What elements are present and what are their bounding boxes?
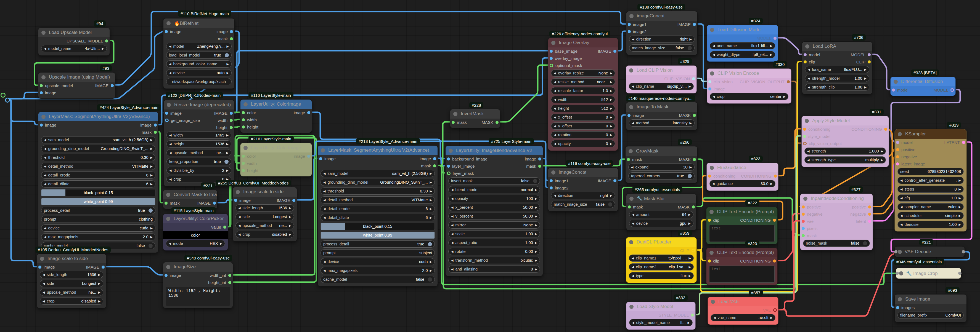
- increment-arrow-icon[interactable]: ▶: [289, 207, 291, 210]
- collapse-dot-icon[interactable]: [629, 197, 633, 201]
- decrement-arrow-icon[interactable]: ◀: [451, 197, 453, 200]
- widget-anti_aliasing[interactable]: ◀anti_aliasing0▶: [448, 266, 540, 273]
- collapsed-input-port[interactable]: [894, 250, 897, 253]
- input-port-base_image[interactable]: base_image: [550, 47, 578, 55]
- widget-width[interactable]: ◀width1465▶: [167, 131, 231, 139]
- input-port-layer_image[interactable]: layer_image: [447, 163, 475, 169]
- increment-arrow-icon[interactable]: ▶: [770, 53, 772, 56]
- output-port-CLIP[interactable]: CLIP: [856, 58, 871, 65]
- widget-upscale_method[interactable]: ◀upscale_methodne...▶: [235, 222, 294, 229]
- decrement-arrow-icon[interactable]: ◀: [808, 68, 810, 71]
- widget-clip_name2[interactable]: ◀clip_name2clip_l.sa...▶: [629, 263, 694, 270]
- collapse-dot-icon[interactable]: [551, 41, 555, 45]
- input-port-clip_vision_output[interactable]: clip_vision_output: [803, 140, 842, 147]
- widget-process_detail[interactable]: process_detailtrue: [320, 240, 435, 248]
- widget-seed[interactable]: seed628930231402408: [897, 168, 964, 175]
- increment-arrow-icon[interactable]: ▶: [430, 199, 432, 202]
- output-port-MODEL[interactable]: MODEL: [851, 51, 871, 58]
- decrement-arrow-icon[interactable]: ◀: [451, 268, 453, 271]
- output-port-mask[interactable]: mask: [526, 163, 541, 169]
- node-header[interactable]: LayerUtility: ColorImage: [240, 143, 312, 152]
- input-port-image[interactable]: image: [627, 112, 644, 119]
- increment-arrow-icon[interactable]: ▶: [959, 223, 961, 226]
- output-port-image[interactable]: image: [294, 152, 310, 160]
- node-header[interactable]: LayerMask: SegmentAnythingUltra V2(Advan…: [38, 112, 158, 121]
- increment-arrow-icon[interactable]: ▶: [535, 215, 537, 218]
- input-port-height[interactable]: height: [242, 123, 258, 130]
- toggle-dot-icon[interactable]: [148, 209, 153, 213]
- output-port-IMAGE[interactable]: IMAGE: [214, 109, 233, 117]
- color-swatch[interactable]: color: [163, 231, 228, 239]
- increment-arrow-icon[interactable]: ▶: [150, 227, 153, 230]
- input-port-clip[interactable]: clip: [708, 257, 719, 264]
- decrement-arrow-icon[interactable]: ◀: [44, 147, 46, 150]
- node-266[interactable]: GrowMaskmaskMASK◀expand30▶tapered_corner…: [625, 146, 698, 183]
- toggle-dot-icon[interactable]: [225, 53, 229, 57]
- increment-arrow-icon[interactable]: ▶: [535, 206, 537, 209]
- output-port-CLIP_VISION_OUTPUT[interactable]: CLIP_VISION_OUTPUT: [740, 78, 790, 85]
- widget-direction[interactable]: ◀directionright▶: [629, 36, 695, 43]
- decrement-arrow-icon[interactable]: ◀: [451, 259, 453, 262]
- collapse-dot-icon[interactable]: [453, 112, 457, 116]
- decrement-arrow-icon[interactable]: ◀: [808, 77, 810, 80]
- widget-y_offset[interactable]: ◀y_offset0▶: [551, 122, 615, 130]
- collapse-dot-icon[interactable]: [898, 250, 902, 254]
- increment-arrow-icon[interactable]: ▶: [689, 85, 691, 88]
- node-header[interactable]: CLIP Vision Encode: [707, 69, 791, 78]
- increment-arrow-icon[interactable]: ▶: [610, 116, 612, 119]
- decrement-arrow-icon[interactable]: ◀: [554, 142, 556, 145]
- widget-height[interactable]: ◀height1536▶: [167, 140, 231, 147]
- widget-strength_clip[interactable]: ◀strength_clip1.00▶: [805, 84, 869, 91]
- collapse-dot-icon[interactable]: [898, 132, 902, 136]
- decrement-arrow-icon[interactable]: ◀: [554, 89, 556, 92]
- node-138[interactable]: imageConcatimage1IMAGEimage2◀directionri…: [626, 11, 698, 55]
- node-216[interactable]: LayerUtility: ColorImagecolorimagewidthh…: [240, 143, 312, 177]
- increment-arrow-icon[interactable]: ▶: [689, 257, 691, 260]
- widget-match_image_size[interactable]: match_image_sizefalse: [629, 44, 695, 52]
- decrement-arrow-icon[interactable]: ◀: [44, 174, 46, 177]
- output-port-IMAGE[interactable]: IMAGE: [598, 47, 616, 55]
- decrement-arrow-icon[interactable]: ◀: [554, 125, 556, 128]
- node-94[interactable]: Load Upscale ModelUPSCALE_MODEL◀model_na…: [38, 28, 110, 56]
- node-332[interactable]: Load Style ModelSTYLE_MODEL◀style_model_…: [626, 302, 696, 330]
- increment-arrow-icon[interactable]: ▶: [535, 232, 537, 236]
- decrement-arrow-icon[interactable]: ◀: [712, 182, 714, 185]
- widget-invert_mask[interactable]: invert_maskfalse: [448, 177, 540, 185]
- output-port-LATENT[interactable]: LATENT: [944, 139, 965, 146]
- widget-cfg[interactable]: ◀cfg1.0▶: [897, 194, 964, 202]
- input-port-overlay_image[interactable]: overlay_image: [550, 55, 582, 62]
- collapse-dot-icon[interactable]: [167, 21, 170, 25]
- output-port-MASK[interactable]: MASK: [679, 112, 696, 119]
- decrement-arrow-icon[interactable]: ◀: [900, 223, 902, 226]
- widget-height[interactable]: ◀height512▶: [551, 105, 615, 112]
- output-port-IMAGE[interactable]: IMAGE: [197, 199, 216, 207]
- output-port-IMAGE[interactable]: IMAGE: [86, 263, 105, 270]
- decrement-arrow-icon[interactable]: ◀: [323, 172, 326, 175]
- input-port-background_image[interactable]: background_image: [447, 155, 487, 163]
- node-header[interactable]: 🔧 Mask Blur: [626, 194, 696, 203]
- input-port-image[interactable]: image: [38, 263, 55, 270]
- increment-arrow-icon[interactable]: ▶: [98, 273, 100, 276]
- slider-black_point[interactable]: black_point 0.15: [41, 189, 156, 196]
- widget-tapered_corners[interactable]: tapered_cornerstrue: [628, 172, 695, 180]
- output-port-CONDITIONING[interactable]: CONDITIONING: [740, 217, 776, 224]
- slider-white_point[interactable]: white_point 0.99: [320, 232, 435, 239]
- decrement-arrow-icon[interactable]: ◀: [900, 179, 902, 182]
- collapse-dot-icon[interactable]: [710, 71, 714, 76]
- collapse-dot-icon[interactable]: [551, 171, 555, 175]
- widget-rescale_factor[interactable]: ◀rescale_factor1.0▶: [551, 87, 615, 94]
- output-port-IMAGE[interactable]: IMAGE: [678, 21, 696, 28]
- increment-arrow-icon[interactable]: ▶: [150, 183, 153, 186]
- decrement-arrow-icon[interactable]: ◀: [554, 107, 556, 110]
- decrement-arrow-icon[interactable]: ◀: [169, 169, 172, 172]
- widget-process_detail[interactable]: process_detailtrue: [41, 207, 156, 214]
- node-header[interactable]: 🔥BiRefNet: [164, 19, 234, 28]
- output-port-MODEL[interactable]: MODEL: [934, 86, 954, 93]
- collapse-dot-icon[interactable]: [710, 28, 714, 32]
- increment-arrow-icon[interactable]: ▶: [690, 38, 692, 41]
- widget-opacity[interactable]: ◀opacity0▶: [551, 140, 615, 147]
- widget-crop[interactable]: ◀cropdisabled▶: [40, 297, 103, 305]
- decrement-arrow-icon[interactable]: ◀: [323, 199, 326, 202]
- collapse-dot-icon[interactable]: [166, 193, 170, 197]
- collapse-dot-icon[interactable]: [710, 251, 714, 255]
